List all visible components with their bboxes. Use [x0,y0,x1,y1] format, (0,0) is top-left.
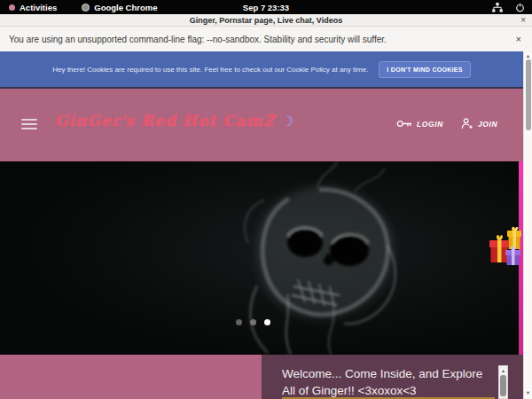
join-label: JOIN [478,120,497,129]
main-scrollbar-thumb[interactable] [526,59,531,130]
infobar-close-icon[interactable]: × [516,34,521,44]
welcome-box: Welcome... Come Inside, and Explore All … [262,355,523,399]
join-button[interactable]: JOIN [461,118,497,129]
cookie-banner: Hey there! Cookies are required to use t… [0,51,523,89]
network-icon[interactable] [492,3,503,12]
window-close-icon[interactable]: × [520,15,526,25]
crescent-moon-icon: ☽ [281,113,293,129]
window-title: Ginger, Pornstar page, Live chat, Videos [190,16,342,25]
gifts-widget[interactable] [489,225,523,268]
carousel-dot-3[interactable] [264,319,270,325]
hero-carousel [0,161,523,355]
scroll-down-icon[interactable]: ▼ [524,388,532,397]
hero-smoke-skull-image [0,161,523,355]
key-icon [396,119,412,129]
cookie-message: Hey there! Cookies are required to use t… [52,66,368,74]
login-label: LOGIN [417,120,443,129]
power-icon[interactable] [515,3,525,12]
logo-text: GinGer's Red Hot CamZ [55,112,275,129]
welcome-scroll-up-icon[interactable]: ▲ [499,366,507,374]
welcome-text: Welcome... Come Inside, and Explore All … [282,366,495,399]
infobar-message: You are using an unsupported command-lin… [9,35,387,44]
carousel-dot-1[interactable] [236,319,242,325]
cookie-accept-button[interactable]: I DON'T MIND COOKIES [379,61,470,78]
gnome-top-bar: Activities Google Chrome Sep 7 23:33 [0,0,532,14]
clock[interactable]: Sep 7 23:33 [0,3,532,12]
hamburger-menu-icon[interactable] [21,119,37,129]
welcome-scrollbar-thumb[interactable] [500,375,506,396]
site-logo[interactable]: GinGer's Red Hot CamZ ☽ [55,112,294,129]
window-title-bar: Ginger, Pornstar page, Live chat, Videos… [0,14,532,27]
main-scrollbar[interactable]: ▲ ▼ [523,51,532,399]
screen: Activities Google Chrome Sep 7 23:33 [0,0,532,399]
chrome-infobar: You are using an unsupported command-lin… [0,27,532,51]
login-button[interactable]: LOGIN [396,119,443,129]
page-viewport: Hey there! Cookies are required to use t… [0,51,523,399]
gift-boxes-icon [489,225,523,268]
person-plus-icon [461,118,473,129]
site-header: GinGer's Red Hot CamZ ☽ LOGIN [0,90,523,161]
welcome-scrollbar[interactable]: ▲ [498,365,508,399]
carousel-dot-2[interactable] [250,319,256,325]
carousel-dots [236,319,270,325]
